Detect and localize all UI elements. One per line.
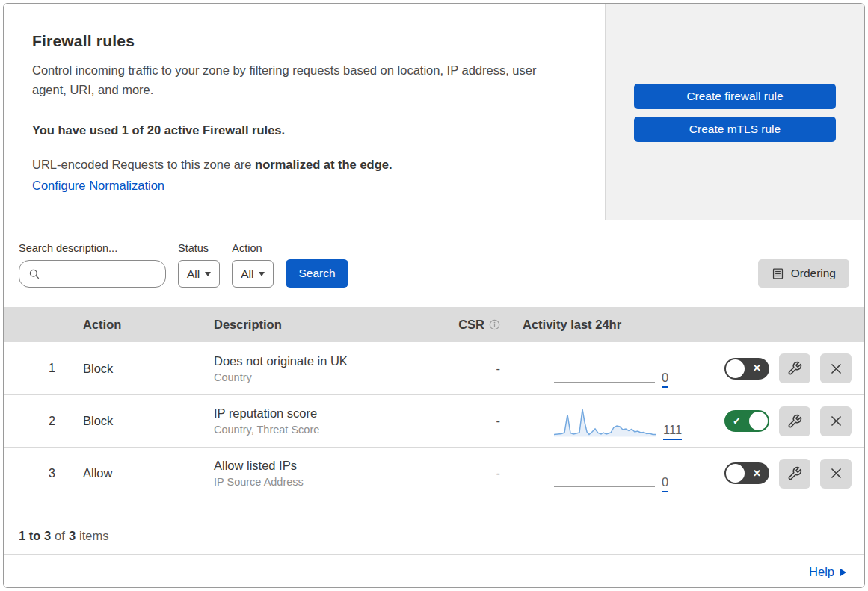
header-section: Firewall rules Control incoming traffic … — [4, 4, 864, 220]
usage-summary: You have used 1 of 20 active Firewall ru… — [32, 123, 545, 137]
rule-fields: Country, Threat Score — [214, 424, 319, 436]
column-action: Action — [83, 318, 214, 332]
search-group: Search description... — [19, 242, 166, 288]
rule-activity: 0 — [502, 342, 700, 394]
csr-header-label: CSR — [458, 318, 484, 332]
status-filter-group: Status All — [178, 242, 220, 288]
action-dropdown-value: All — [241, 267, 253, 281]
rule-controls: ✓ ✕ — [700, 342, 864, 394]
configure-normalization-link[interactable]: Configure Normalization — [32, 179, 164, 193]
rule-enabled-toggle[interactable]: ✓ ✕ — [724, 462, 769, 484]
help-link[interactable]: Help — [809, 565, 846, 579]
wrench-icon — [787, 466, 802, 481]
of-text: of — [55, 529, 65, 543]
rule-controls: ✓ ✕ — [700, 395, 864, 447]
rule-activity: 0 — [502, 448, 700, 499]
rule-fields: IP Source Address — [214, 476, 304, 488]
header-text-block: Firewall rules Control incoming traffic … — [4, 4, 605, 220]
check-icon: ✓ — [733, 415, 741, 427]
search-label: Search description... — [19, 242, 166, 254]
action-dropdown[interactable]: All — [232, 260, 274, 288]
ordering-button-label: Ordering — [791, 267, 836, 280]
toggle-knob — [726, 359, 745, 378]
delete-rule-button[interactable] — [820, 459, 852, 489]
actions-panel: Create firewall rule Create mTLS rule — [605, 4, 864, 220]
normalization-note: URL-encoded Requests to this zone are no… — [32, 158, 545, 172]
rule-title: IP reputation score — [214, 406, 317, 421]
rule-description: Does not originate in UK Country — [214, 342, 438, 394]
column-csr: CSR — [438, 318, 502, 332]
activity-flatline — [554, 486, 655, 487]
create-firewall-rule-button[interactable]: Create firewall rule — [634, 84, 836, 109]
search-input[interactable] — [19, 261, 165, 287]
column-activity: Activity last 24hr — [502, 318, 700, 332]
wrench-icon — [787, 414, 802, 429]
table-row: 2 Block IP reputation score Country, Thr… — [4, 394, 864, 447]
help-label: Help — [809, 565, 834, 579]
activity-sparkline — [554, 407, 656, 437]
rule-controls: ✓ ✕ — [700, 448, 864, 499]
ordering-button[interactable]: Ordering — [758, 259, 849, 288]
items-label: items — [79, 529, 108, 543]
firewall-rules-card: Firewall rules Control incoming traffic … — [3, 3, 865, 588]
rule-enabled-toggle[interactable]: ✓ ✕ — [724, 410, 769, 432]
rule-priority: 1 — [4, 342, 83, 394]
edit-rule-button[interactable] — [779, 459, 810, 489]
rule-csr-value: - — [438, 342, 502, 394]
rule-title: Allow listed IPs — [214, 459, 297, 473]
table-row: 1 Block Does not originate in UK Country… — [4, 342, 864, 394]
normalization-bold: normalized at the edge. — [255, 158, 392, 171]
arrow-right-icon — [840, 569, 846, 576]
action-label: Action — [232, 242, 274, 254]
rule-action: Block — [83, 395, 214, 447]
chevron-down-icon — [205, 272, 211, 276]
info-icon[interactable] — [489, 319, 500, 330]
list-document-icon — [772, 267, 784, 280]
filter-bar: Search description... Status All Action … — [4, 220, 864, 307]
create-mtls-rule-button[interactable]: Create mTLS rule — [634, 117, 836, 142]
close-icon — [829, 466, 843, 480]
rule-csr-value: - — [438, 448, 502, 499]
delete-rule-button[interactable] — [820, 353, 852, 383]
rule-priority: 2 — [4, 395, 83, 447]
search-box — [19, 260, 166, 288]
page-description: Control incoming traffic to your zone by… — [32, 61, 545, 99]
activity-count-link[interactable]: 0 — [662, 476, 668, 493]
table-row: 3 Allow Allow listed IPs IP Source Addre… — [4, 447, 864, 499]
edit-rule-button[interactable] — [779, 406, 810, 436]
pagination-summary: 1 to 3 of 3 items — [4, 499, 864, 555]
delete-rule-button[interactable] — [820, 406, 852, 436]
page-title: Firewall rules — [32, 32, 545, 50]
close-icon — [829, 414, 843, 428]
status-dropdown-value: All — [187, 267, 200, 281]
range-text: 1 to 3 — [19, 529, 51, 542]
rule-action: Allow — [83, 448, 214, 499]
rule-description: Allow listed IPs IP Source Address — [214, 448, 438, 499]
total-count: 3 — [69, 529, 76, 542]
rule-action: Block — [83, 342, 214, 394]
search-icon — [28, 268, 40, 280]
rule-enabled-toggle[interactable]: ✓ ✕ — [724, 358, 769, 380]
activity-count-link[interactable]: 111 — [663, 424, 682, 441]
x-icon: ✕ — [753, 468, 761, 479]
activity-count-link[interactable]: 0 — [662, 371, 668, 389]
column-description: Description — [214, 318, 438, 332]
rule-csr-value: - — [438, 395, 502, 447]
rule-title: Does not originate in UK — [214, 354, 348, 368]
help-bar: Help — [4, 555, 864, 588]
action-filter-group: Action All — [232, 242, 274, 288]
status-label: Status — [178, 242, 220, 254]
status-dropdown[interactable]: All — [178, 260, 220, 288]
rule-activity: 111 — [502, 395, 700, 447]
rule-description: IP reputation score Country, Threat Scor… — [214, 395, 438, 447]
toggle-knob — [726, 464, 745, 483]
wrench-icon — [787, 361, 802, 376]
table-header: Action Description CSR Activity last 24h… — [4, 307, 864, 342]
normalization-text: URL-encoded Requests to this zone are — [32, 158, 252, 171]
rule-fields: Country — [214, 371, 252, 383]
activity-flatline — [554, 382, 655, 383]
x-icon: ✕ — [753, 362, 761, 374]
rule-priority: 3 — [4, 448, 83, 499]
edit-rule-button[interactable] — [779, 353, 810, 383]
search-button[interactable]: Search — [286, 259, 348, 288]
